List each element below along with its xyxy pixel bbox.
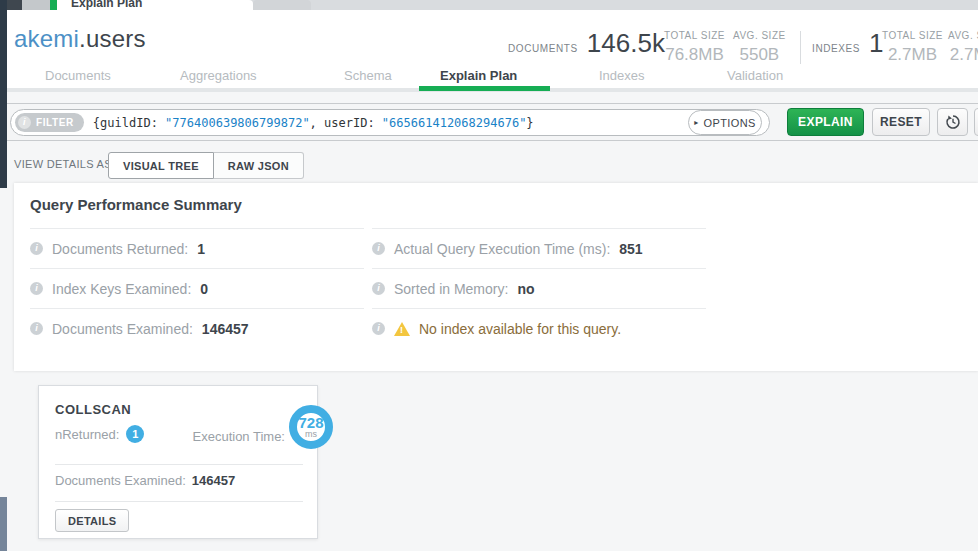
execution-time-label: Execution Time:	[193, 429, 286, 444]
tab-documents[interactable]: Documents	[45, 68, 111, 83]
nreturned-label: nReturned:	[55, 427, 119, 442]
idx-total-size-value: 2.7MB	[882, 45, 943, 65]
options-button-label: OPTIONS	[704, 117, 756, 129]
collection-header: akemi.users DOCUMENTS 146.5k TOTAL SIZE …	[0, 10, 978, 65]
filter-input[interactable]: i FILTER {guildID: "776400639806799872",…	[10, 109, 770, 136]
summary-row-index-keys-examined: i Index Keys Examined: 0	[30, 268, 364, 308]
stats-divider	[800, 31, 801, 64]
nreturned-badge: 1	[126, 425, 144, 443]
summary-row-documents-returned: i Documents Returned: 1	[30, 228, 364, 268]
view-details-label: VIEW DETAILS AS	[14, 158, 112, 170]
query-history-button[interactable]	[937, 108, 968, 136]
indexes-avg-size-stat: AVG. SIZE 2.7MB	[948, 30, 978, 65]
indexes-stat: INDEXES 1	[812, 28, 884, 59]
view-details-row: VIEW DETAILS AS VISUAL TREE RAW JSON	[0, 141, 978, 183]
window-tab-strip: Explain Plan	[0, 0, 978, 10]
nreturned-row: nReturned: 1	[55, 425, 144, 443]
documents-avg-size-stat: AVG. SIZE 550B	[733, 30, 786, 65]
tab-aggregations[interactable]: Aggregations	[180, 68, 257, 83]
documents-stat-value: 146.5k	[587, 28, 665, 59]
tab-indexes[interactable]: Indexes	[599, 68, 645, 83]
stage-name: COLLSCAN	[55, 402, 131, 417]
filter-query-text: {guildID: "776400639806799872", userID: …	[93, 116, 534, 130]
summary-row-execution-time: i Actual Query Execution Time (ms): 851	[372, 228, 706, 268]
summary-row-sorted-in-memory: i Sorted in Memory: no	[372, 268, 706, 308]
documents-examined-row: Documents Examined: 146457	[55, 473, 235, 488]
warning-text: No index available for this query.	[419, 321, 621, 337]
info-icon: i	[30, 282, 43, 295]
info-icon: i	[18, 116, 31, 129]
caret-right-icon: ▸	[694, 118, 698, 127]
indexes-stat-label: INDEXES	[812, 43, 860, 54]
visual-tree-toggle[interactable]: VISUAL TREE	[108, 152, 214, 179]
database-name: akemi	[14, 25, 79, 52]
summary-right-column: i Actual Query Execution Time (ms): 851 …	[372, 228, 706, 348]
total-size-label: TOTAL SIZE	[664, 30, 725, 41]
idx-total-size-label: TOTAL SIZE	[882, 30, 943, 41]
window-tab-explain-plan[interactable]: Explain Plan	[57, 0, 253, 10]
documents-examined-label: Documents Examined:	[55, 473, 186, 488]
view-toggle-group: VISUAL TREE RAW JSON	[108, 152, 304, 179]
summary-row-no-index-warning: i No index available for this query.	[372, 308, 706, 348]
window-tab-title: Explain Plan	[71, 0, 142, 10]
execution-time-unit: ms	[305, 430, 317, 439]
options-button[interactable]: ▸ OPTIONS	[688, 110, 762, 135]
info-icon: i	[372, 242, 385, 255]
info-icon: i	[30, 242, 43, 255]
documents-stat-label: DOCUMENTS	[508, 43, 578, 54]
idx-avg-size-label: AVG. SIZE	[948, 30, 978, 41]
documents-total-size-stat: TOTAL SIZE 76.8MB	[664, 30, 725, 65]
indexes-total-size-stat: TOTAL SIZE 2.7MB	[882, 30, 943, 65]
avg-size-value: 550B	[733, 45, 786, 65]
info-icon: i	[372, 282, 385, 295]
collscan-stage-card: COLLSCAN nReturned: 1 Execution Time: 72…	[38, 385, 318, 539]
idx-avg-size-value: 2.7MB	[948, 45, 978, 65]
info-icon: i	[372, 322, 385, 335]
tab-explain-plan[interactable]: Explain Plan	[440, 68, 517, 83]
summary-title: Query Performance Summary	[30, 196, 242, 213]
compass-explain-plan-screen: Explain Plan akemi.users DOCUMENTS 146.5…	[0, 0, 978, 551]
collapse-query-bar-button[interactable]	[974, 108, 978, 136]
card-divider	[55, 501, 303, 502]
active-tab-underline	[419, 86, 550, 91]
sidebar-edge-bottom	[0, 497, 7, 551]
documents-examined-value: 146457	[192, 473, 235, 488]
total-size-value: 76.8MB	[664, 45, 725, 65]
summary-row-documents-examined: i Documents Examined: 146457	[30, 308, 364, 348]
tab-schema[interactable]: Schema	[344, 68, 392, 83]
execution-time-circle: 728 ms	[289, 405, 333, 449]
new-tab-area[interactable]	[253, 0, 311, 10]
avg-size-label: AVG. SIZE	[733, 30, 786, 41]
tab-validation[interactable]: Validation	[727, 68, 783, 83]
warning-triangle-icon	[394, 322, 410, 336]
card-divider	[55, 464, 303, 465]
execution-time-value: 728	[298, 416, 323, 430]
query-bar: i FILTER {guildID: "776400639806799872",…	[0, 103, 978, 141]
collection-name: .users	[79, 25, 146, 52]
summary-left-column: i Documents Returned: 1 i Index Keys Exa…	[30, 228, 364, 348]
history-clock-icon	[945, 114, 961, 130]
info-icon: i	[30, 322, 43, 335]
sidebar-edge	[0, 0, 7, 188]
tab-accent-bar	[50, 0, 57, 10]
filter-badge: i FILTER	[15, 113, 84, 132]
filter-badge-label: FILTER	[36, 117, 74, 128]
tab-strip-gray-segment	[22, 0, 50, 10]
collection-tab-bar: Documents Aggregations Schema Explain Pl…	[0, 65, 978, 88]
query-performance-summary-panel: Query Performance Summary i Documents Re…	[14, 183, 978, 371]
details-button[interactable]: DETAILS	[55, 509, 129, 532]
raw-json-toggle[interactable]: RAW JSON	[214, 152, 304, 179]
reset-button[interactable]: RESET	[872, 108, 930, 136]
namespace-title: akemi.users	[14, 25, 146, 53]
explain-button[interactable]: EXPLAIN	[787, 108, 864, 136]
documents-stat: DOCUMENTS 146.5k	[508, 28, 665, 59]
